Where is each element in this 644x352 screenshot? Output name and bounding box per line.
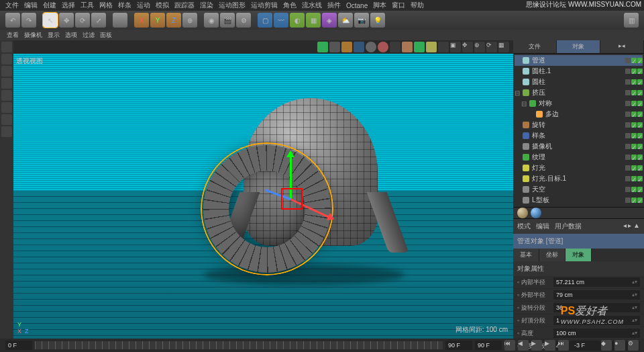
tl-end[interactable]: 90 F	[445, 341, 472, 350]
menu-item[interactable]: 编辑	[24, 1, 38, 10]
rotate-tool[interactable]: ⟳	[75, 13, 90, 28]
menu-item[interactable]: 运动	[137, 1, 150, 10]
tree-row[interactable]: 圆柱.1✓✓	[515, 66, 643, 77]
layout-btn[interactable]: ▥	[624, 13, 639, 28]
tl-opts[interactable]: ⚙	[628, 340, 639, 351]
vp-rotate[interactable]: ⟳	[486, 42, 497, 52]
vp-icon[interactable]	[414, 42, 425, 52]
deformer[interactable]: ◈	[322, 13, 337, 28]
lt-point[interactable]	[1, 66, 12, 77]
tl-prev[interactable]: ◀	[518, 340, 529, 351]
tree-row[interactable]: 样条✓✓	[515, 130, 643, 141]
undo-button[interactable]: ↶	[5, 13, 20, 28]
menu-item[interactable]: 工具	[80, 1, 94, 10]
tree-row[interactable]: 多边✓✓	[515, 109, 643, 120]
vm-camera[interactable]: 摄像机	[24, 31, 42, 40]
menu-item[interactable]: 运动图形	[219, 1, 246, 10]
tree-row[interactable]: ⊟对称✓✓	[515, 98, 643, 109]
vp-icon[interactable]	[341, 42, 352, 52]
menu-item[interactable]: 窗口	[392, 1, 405, 10]
lt-model[interactable]	[1, 42, 12, 52]
material-panel[interactable]	[513, 207, 644, 218]
attr-field[interactable]: 79 cm▴▾	[553, 290, 640, 300]
z-lock[interactable]: Z	[166, 13, 181, 28]
tab-file[interactable]: 文件	[513, 40, 557, 53]
vp-icon[interactable]	[317, 42, 328, 52]
menu-item[interactable]: 脚本	[373, 1, 386, 10]
lt-workplane[interactable]	[1, 126, 12, 137]
vp-icon[interactable]	[366, 42, 376, 52]
tree-row[interactable]: 灯光✓✓	[515, 163, 643, 173]
menu-item[interactable]: 角色	[283, 1, 297, 10]
lt-texture[interactable]	[1, 54, 12, 64]
material-ball[interactable]	[517, 208, 528, 218]
spline-primitive[interactable]: 〰	[274, 13, 288, 28]
menu-item[interactable]: 插件	[327, 1, 341, 10]
tree-row[interactable]: 灯光.目标.1✓✓	[515, 173, 643, 184]
menu-item[interactable]: 文件	[5, 1, 19, 10]
material-ball[interactable]	[531, 208, 541, 218]
attr-user[interactable]: 用户数据	[555, 222, 582, 231]
menu-item[interactable]: 帮助	[411, 1, 424, 10]
tree-row[interactable]: 圆柱✓✓	[515, 77, 643, 87]
menu-item[interactable]: 模拟	[156, 1, 169, 10]
cube-primitive[interactable]: ▢	[258, 13, 272, 28]
attr-tab-object[interactable]: 对象	[566, 249, 592, 261]
attr-tab-basic[interactable]: 基本	[513, 249, 539, 261]
menu-item[interactable]: 样条	[118, 1, 131, 10]
vm-filter[interactable]: 过滤	[83, 31, 95, 40]
menu-item[interactable]: 运动剪辑	[251, 1, 278, 10]
vp-icon[interactable]	[354, 42, 364, 52]
tl-play[interactable]: ▶	[531, 340, 542, 351]
vp-icon[interactable]	[378, 42, 388, 52]
vp-icon[interactable]	[390, 42, 400, 52]
menu-item[interactable]: 跟踪器	[174, 1, 195, 10]
scale-tool[interactable]: ⤢	[91, 13, 106, 28]
array-generator[interactable]: ▦	[306, 13, 321, 28]
lt-poly[interactable]	[1, 90, 12, 101]
move-tool[interactable]: ✥	[59, 13, 74, 28]
tree-row[interactable]: 摄像机✓✓	[515, 141, 643, 152]
render-pv[interactable]: 🎬	[220, 13, 235, 28]
tl-last[interactable]: ⏭	[558, 340, 569, 351]
attr-edit[interactable]: 编辑	[536, 222, 549, 231]
tl-next[interactable]: ▶	[545, 340, 555, 351]
timeline-slider[interactable]	[35, 341, 443, 349]
vm-view[interactable]: 查看	[7, 31, 19, 40]
vm-panel[interactable]: 面板	[100, 31, 112, 40]
tree-row[interactable]: 天空✓✓	[515, 184, 643, 195]
attr-tab-coord[interactable]: 坐标	[539, 249, 566, 261]
vp-layout[interactable]: ▦	[498, 42, 509, 52]
vp-icon[interactable]	[329, 42, 340, 52]
y-lock[interactable]: Y	[150, 13, 165, 28]
vm-display[interactable]: 显示	[48, 31, 60, 40]
lt-snap[interactable]	[1, 114, 12, 125]
redo-button[interactable]: ↷	[21, 13, 36, 28]
nurbs-generator[interactable]: ◐	[290, 13, 305, 28]
menu-item[interactable]: Octane	[346, 2, 368, 9]
vp-icon[interactable]	[426, 42, 437, 52]
lt-enable[interactable]	[1, 102, 12, 113]
tab-objects[interactable]: 对象	[557, 40, 600, 53]
light-obj[interactable]: 💡	[370, 13, 385, 28]
lt-edge[interactable]	[1, 78, 12, 89]
tl-auto[interactable]: ●	[614, 340, 625, 351]
render-settings[interactable]: ⚙	[236, 13, 251, 28]
menu-item[interactable]: 渲染	[200, 1, 213, 10]
vp-maximize[interactable]: ▣	[450, 42, 461, 52]
tl-end2[interactable]: 90 F	[475, 341, 502, 350]
tl-start[interactable]: 0 F	[5, 341, 32, 350]
attr-mode[interactable]: 模式	[517, 222, 531, 231]
tab-extra[interactable]: ▸◂	[600, 40, 644, 53]
tree-row[interactable]: 纹理✓✓	[515, 152, 643, 163]
object-tree[interactable]: 管道✓✓圆柱.1✓✓圆柱✓✓⊟挤压✓✓⊟对称✓✓多边✓✓旋转✓✓样条✓✓摄像机✓…	[513, 54, 644, 207]
tl-back[interactable]: -3 F	[572, 341, 598, 350]
viewport-canvas[interactable]: 透视视图 YX Z 网格间距: 100 cm	[13, 54, 513, 339]
tl-key[interactable]: ◆	[601, 340, 612, 351]
vp-move[interactable]: ✥	[462, 42, 473, 52]
tl-first[interactable]: ⏮	[504, 340, 515, 351]
vp-icon[interactable]	[402, 42, 413, 52]
recent-tool[interactable]	[113, 13, 127, 28]
tree-row[interactable]: 旋转✓✓	[515, 120, 643, 130]
tree-row[interactable]: 管道✓✓	[515, 55, 643, 66]
